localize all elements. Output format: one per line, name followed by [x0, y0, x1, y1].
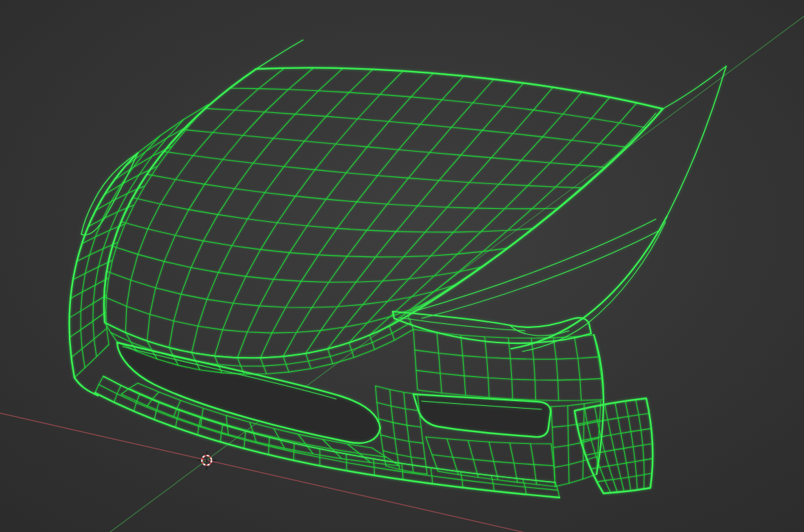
- edge-loop: [293, 443, 294, 460]
- viewport-background: [0, 0, 804, 532]
- scene-canvas: [0, 0, 804, 532]
- edge-loop: [347, 454, 347, 471]
- viewport-3d[interactable]: [0, 0, 804, 532]
- cursor-center-dot: [206, 460, 208, 462]
